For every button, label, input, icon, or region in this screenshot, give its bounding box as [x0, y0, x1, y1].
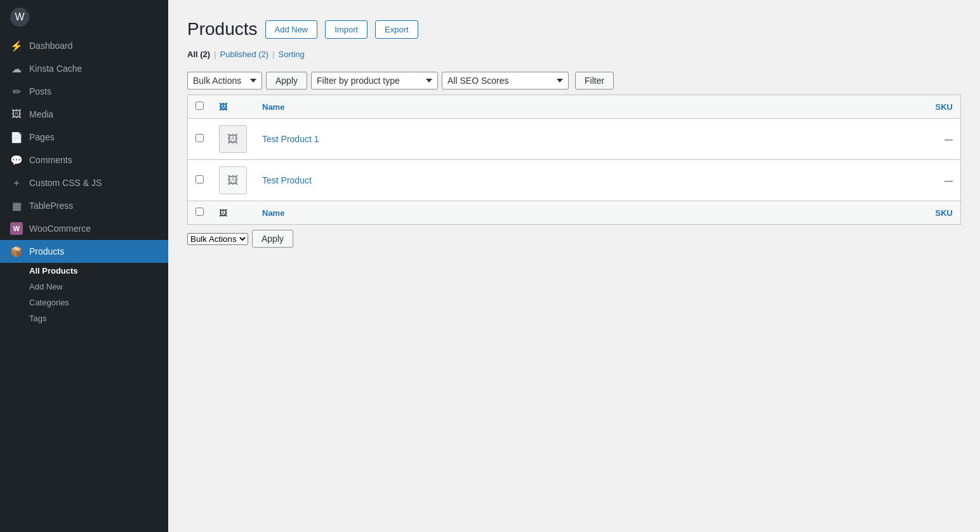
table-footer-row: 🖼 Name SKU	[188, 201, 961, 225]
sidebar-item-woocommerce[interactable]: W WooCommerce	[0, 217, 168, 240]
row2-checkbox-cell	[188, 160, 212, 201]
sidebar-sub-item-categories[interactable]: Categories	[0, 295, 168, 310]
row2-image-cell: 🖼	[211, 160, 255, 201]
sidebar-item-tablepress[interactable]: ▦ TablePress	[0, 194, 168, 217]
export-button[interactable]: Export	[375, 20, 418, 39]
sidebar-item-products[interactable]: 📦 Products	[0, 240, 168, 263]
footer-sku-label: SKU	[936, 208, 953, 218]
footer-image-icon: 🖼	[219, 208, 227, 218]
row1-image-cell: 🖼	[211, 119, 255, 160]
page-header: Products Add New Import Export	[187, 19, 961, 39]
th-image-icon: 🖼	[219, 102, 227, 112]
sidebar-item-woocommerce-label: WooCommerce	[29, 223, 158, 234]
page-title: Products	[187, 19, 258, 39]
sidebar-sub-item-add-new[interactable]: Add New	[0, 279, 168, 295]
products-table: 🖼 Name SKU 🖼 Test Product 1 —	[187, 95, 961, 225]
woocommerce-icon: W	[10, 222, 23, 235]
row2-product-link[interactable]: Test Product	[262, 175, 312, 185]
th-sku[interactable]: SKU	[739, 95, 960, 119]
row1-image: 🖼	[219, 125, 247, 153]
sidebar-item-comments-label: Comments	[29, 155, 158, 165]
sidebar-item-products-label: Products	[29, 246, 158, 256]
sidebar-item-custom-label: Custom CSS & JS	[29, 178, 158, 188]
all-seo-scores-select[interactable]: All SEO Scores	[442, 72, 569, 90]
apply-button-top[interactable]: Apply	[266, 72, 307, 90]
sidebar-item-posts[interactable]: ✏ Posts	[0, 80, 168, 103]
tab-sorting[interactable]: Sorting	[279, 50, 305, 59]
footer-select-all-checkbox[interactable]	[195, 208, 204, 216]
footer-image-cell: 🖼	[211, 201, 255, 225]
products-icon: 📦	[10, 245, 23, 258]
sidebar-item-pages-label: Pages	[29, 132, 158, 142]
sidebar-item-kinsta-cache[interactable]: ☁ Kinsta Cache	[0, 57, 168, 80]
th-image: 🖼	[211, 95, 255, 119]
filter-button[interactable]: Filter	[575, 72, 614, 90]
footer-sku-cell: SKU	[739, 201, 960, 225]
filter-by-type-select[interactable]: Filter by product type	[311, 72, 438, 90]
footer-name-cell: Name	[255, 201, 739, 225]
tab-all[interactable]: All (2)	[187, 50, 210, 59]
footer-name-label: Name	[262, 208, 284, 218]
apply-button-bottom[interactable]: Apply	[252, 230, 293, 248]
row2-image: 🖼	[219, 166, 247, 194]
top-toolbar: Bulk Actions Apply Filter by product typ…	[187, 67, 961, 95]
sidebar-item-media-label: Media	[29, 109, 158, 119]
tab-sep-2: |	[272, 50, 274, 59]
bottom-toolbar: Bulk Actions Apply	[187, 225, 961, 248]
row1-checkbox-cell	[188, 119, 212, 160]
media-icon: 🖼	[10, 108, 23, 121]
th-checkbox	[188, 95, 212, 119]
tab-published-count: (2)	[258, 50, 268, 59]
row2-name-cell: Test Product	[255, 160, 739, 201]
dashboard-icon: ⚡	[10, 39, 23, 52]
footer-checkbox-cell	[188, 201, 212, 225]
row1-name-cell: Test Product 1	[255, 119, 739, 160]
wp-icon: W	[10, 8, 29, 27]
custom-css-icon: ＋	[10, 176, 23, 189]
posts-icon: ✏	[10, 85, 23, 98]
row2-sku-cell: —	[739, 160, 960, 201]
row1-checkbox[interactable]	[195, 134, 204, 142]
sidebar-item-comments[interactable]: 💬 Comments	[0, 149, 168, 171]
table-header-row: 🖼 Name SKU	[188, 95, 961, 119]
sidebar: W ⚡ Dashboard ☁ Kinsta Cache ✏ Posts 🖼 M…	[0, 0, 168, 532]
add-new-button[interactable]: Add New	[265, 20, 318, 39]
sidebar-item-dashboard[interactable]: ⚡ Dashboard	[0, 34, 168, 57]
select-all-checkbox[interactable]	[195, 102, 204, 110]
table-row: 🖼 Test Product —	[188, 160, 961, 201]
sidebar-item-dashboard-label: Dashboard	[29, 41, 158, 51]
tab-all-label: All	[187, 50, 198, 59]
th-name[interactable]: Name	[255, 95, 739, 119]
kinsta-icon: ☁	[10, 62, 23, 75]
sidebar-item-tablepress-label: TablePress	[29, 201, 158, 211]
wp-logo: W	[0, 0, 168, 34]
sidebar-item-pages[interactable]: 📄 Pages	[0, 126, 168, 149]
sidebar-item-posts-label: Posts	[29, 86, 158, 96]
tablepress-icon: ▦	[10, 199, 23, 212]
bulk-actions-select-bottom[interactable]: Bulk Actions	[187, 233, 248, 245]
sidebar-item-custom-css-js[interactable]: ＋ Custom CSS & JS	[0, 171, 168, 194]
table-row: 🖼 Test Product 1 —	[188, 119, 961, 160]
row1-sku-cell: —	[739, 119, 960, 160]
comments-icon: 💬	[10, 154, 23, 166]
bulk-actions-select-top[interactable]: Bulk Actions	[187, 72, 262, 90]
pages-icon: 📄	[10, 131, 23, 143]
row2-checkbox[interactable]	[195, 175, 204, 183]
filter-tabs: All (2) | Published (2) | Sorting	[187, 50, 961, 59]
main-content: Products Add New Import Export All (2) |…	[168, 0, 980, 532]
row1-product-link[interactable]: Test Product 1	[262, 134, 319, 144]
sidebar-item-kinsta-label: Kinsta Cache	[29, 63, 158, 74]
sidebar-item-media[interactable]: 🖼 Media	[0, 103, 168, 126]
sidebar-sub-item-all-products[interactable]: All Products	[0, 263, 168, 279]
sidebar-sub-item-tags[interactable]: Tags	[0, 310, 168, 326]
products-arrow	[163, 240, 168, 263]
tab-all-count: (2)	[200, 50, 210, 59]
tab-sep-1: |	[214, 50, 216, 59]
import-button[interactable]: Import	[325, 20, 368, 39]
tab-published[interactable]: Published (2)	[220, 50, 269, 59]
tab-published-label: Published	[220, 50, 256, 59]
